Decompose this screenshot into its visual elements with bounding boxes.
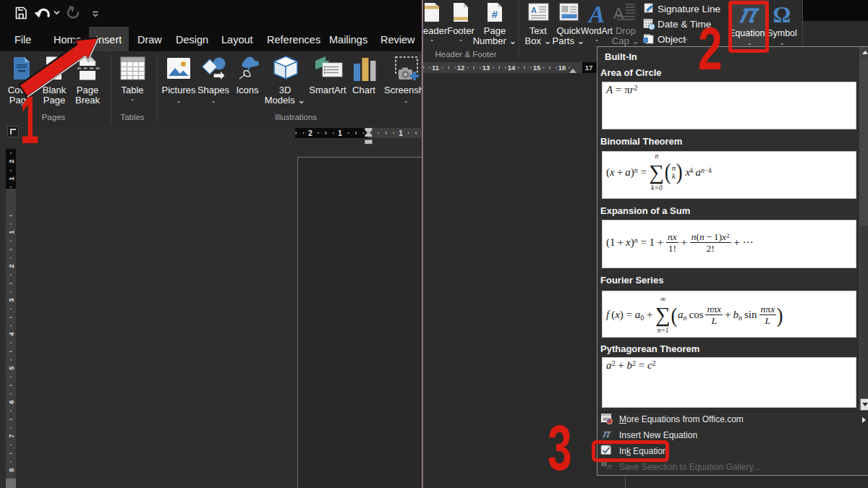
svg-text:12: 12 <box>457 64 465 72</box>
svg-text:14: 14 <box>508 64 516 72</box>
svg-text:16: 16 <box>558 64 566 72</box>
svg-text:6: 6 <box>7 400 15 403</box>
svg-text:1: 1 <box>338 129 342 137</box>
svg-text:𝜋: 𝜋 <box>607 463 613 471</box>
svg-text:A: A <box>531 6 537 14</box>
svg-text:13: 13 <box>482 64 490 72</box>
svg-text:1: 1 <box>7 230 15 234</box>
svg-text:3: 3 <box>7 298 15 301</box>
svg-text:A: A <box>587 1 605 27</box>
svg-text:5: 5 <box>7 366 15 370</box>
svg-text:4: 4 <box>7 332 15 336</box>
svg-text:11: 11 <box>432 64 440 72</box>
svg-text:Ω: Ω <box>773 2 791 27</box>
svg-text:2: 2 <box>7 159 15 163</box>
svg-text:𝜋: 𝜋 <box>603 428 612 440</box>
svg-text:7: 7 <box>7 434 15 437</box>
svg-text:8: 8 <box>7 468 15 471</box>
svg-text:2: 2 <box>7 264 15 267</box>
svg-text:2: 2 <box>308 129 312 137</box>
svg-text:1: 1 <box>7 176 15 181</box>
svg-text:1: 1 <box>399 129 403 137</box>
svg-text:#: # <box>492 8 498 20</box>
svg-text:15: 15 <box>533 64 541 72</box>
svg-text:17: 17 <box>585 64 593 72</box>
